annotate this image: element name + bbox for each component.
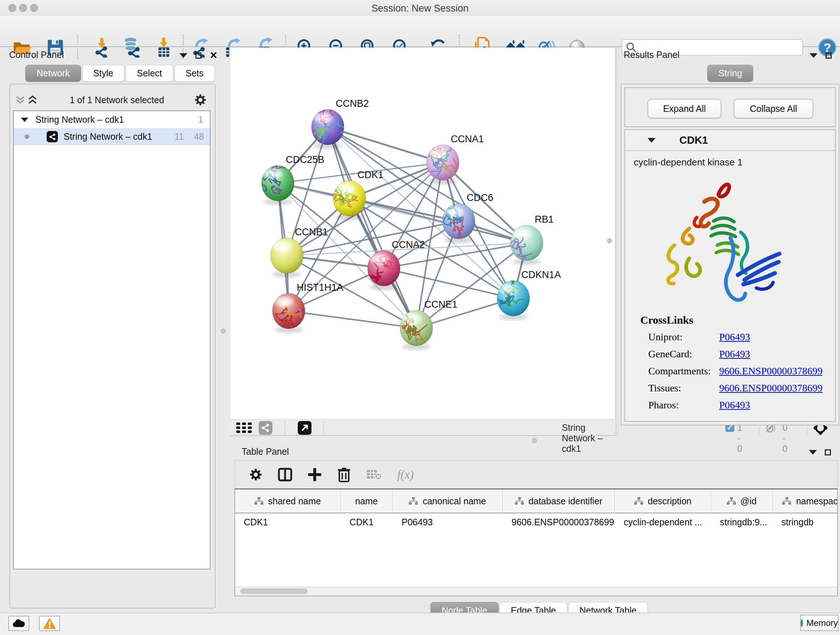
- right-splitter-handle[interactable]: [607, 238, 612, 243]
- control-panel-tabs: NetworkStyleSelectSets: [25, 65, 216, 82]
- collapse-icon[interactable]: [21, 118, 28, 122]
- network-view-toolbar: String Network – cdk1 ✓ 1 - 0 0 - 0: [230, 419, 615, 436]
- tab-network[interactable]: Network: [25, 65, 81, 82]
- close-panel-icon[interactable]: ✕: [210, 52, 218, 59]
- warnings-button[interactable]: [39, 616, 60, 631]
- delete-table-icon: [366, 469, 382, 481]
- tab-string[interactable]: String: [707, 65, 753, 82]
- results-panel: Results Panel ✕ String Expand All Collap…: [619, 48, 840, 431]
- network-node-HIST1H1A[interactable]: HIST1H1A: [272, 282, 343, 333]
- network-node-CCNB1[interactable]: CCNB1: [271, 226, 328, 278]
- crosslink-link[interactable]: P06493: [719, 348, 750, 359]
- memory-label: Memory: [806, 618, 838, 628]
- arrow-up-right-icon: [301, 424, 309, 432]
- network-edge[interactable]: [328, 127, 416, 328]
- protein-structure-image: [643, 173, 795, 307]
- tab-sets[interactable]: Sets: [174, 65, 215, 82]
- grid-icon: [236, 423, 253, 433]
- network-row-selected[interactable]: String Network – cdk1 11 48: [14, 128, 210, 145]
- hierarchy-icon: [782, 497, 791, 505]
- node-label: CDC25B: [286, 154, 325, 165]
- node-label: CCNE1: [424, 299, 458, 310]
- panel-menu-icon[interactable]: [809, 450, 817, 455]
- network-collection-row[interactable]: String Network – cdk1 1: [14, 111, 210, 128]
- table-horizontal-scrollbar[interactable]: [234, 587, 838, 596]
- main-toolbar: ?: [0, 16, 840, 47]
- network-graph: CCNB2CCNA1CDC25BCDK1CDC6RB1CCNB1CCNA2CDK…: [230, 48, 615, 419]
- hierarchy-icon: [727, 497, 736, 505]
- node-table[interactable]: shared name name canonical name database…: [234, 488, 838, 587]
- crosslink-link[interactable]: P06493: [719, 399, 750, 410]
- birdseye-toggle-button[interactable]: [236, 423, 253, 433]
- memory-status-dot: [801, 619, 803, 627]
- collapse-icon[interactable]: [647, 138, 655, 143]
- network-edge[interactable]: [384, 268, 513, 298]
- separator: [323, 420, 324, 435]
- open-in-window-button[interactable]: [298, 421, 311, 435]
- crosslink-link[interactable]: P06493: [719, 331, 750, 342]
- table-row[interactable]: CDK1 CDK1 P06493 9606.ENSP00000378699 cy…: [235, 513, 837, 531]
- horizontal-splitter-handle[interactable]: [532, 438, 537, 443]
- collection-count: 1: [198, 114, 203, 125]
- network-edge[interactable]: [289, 311, 416, 328]
- window-title: Session: New Session: [0, 3, 840, 14]
- crosslinks-title: CrossLinks: [640, 314, 693, 326]
- gear-icon[interactable]: [194, 93, 207, 106]
- function-builder-icon: f(x): [397, 468, 414, 481]
- hierarchy-icon: [634, 497, 644, 505]
- cloud-button[interactable]: [8, 616, 29, 631]
- crosslink-link[interactable]: 9606.ENSP00000378699: [719, 382, 822, 394]
- table-panel: Table Panel ✕ f(x) shared name name cano…: [219, 443, 840, 613]
- tab-select[interactable]: Select: [126, 65, 173, 82]
- float-panel-icon[interactable]: [195, 52, 202, 59]
- crosslink-label: Pharos:: [648, 399, 719, 411]
- network-node-CCNE1[interactable]: CCNE1: [400, 299, 458, 350]
- network-edge[interactable]: [328, 127, 443, 163]
- left-splitter-handle[interactable]: [221, 329, 226, 334]
- network-tree: String Network – cdk1 1 String Network –…: [13, 111, 210, 570]
- hierarchy-icon: [254, 497, 264, 505]
- network-type-button[interactable]: [259, 421, 272, 435]
- node-count: 11: [174, 131, 184, 142]
- protein-name: CDK1: [679, 134, 708, 146]
- node-label: CDC6: [467, 192, 493, 203]
- panel-menu-icon[interactable]: [180, 53, 187, 58]
- crosslink-label: Tissues:: [648, 382, 719, 394]
- scrollbar-thumb[interactable]: [240, 588, 308, 594]
- gear-icon[interactable]: [249, 468, 263, 481]
- collapse-all-button[interactable]: Collapse All: [734, 99, 813, 119]
- share-icon: [261, 424, 270, 432]
- expand-all-button[interactable]: Expand All: [647, 99, 722, 119]
- delete-column-icon[interactable]: [337, 467, 351, 482]
- column-header: @id: [711, 489, 773, 513]
- expand-all-icon[interactable]: [27, 95, 40, 105]
- crosslink-row: Pharos:P06493: [648, 399, 829, 414]
- share-icon: [49, 133, 56, 141]
- column-header: shared name: [235, 489, 341, 513]
- results-splitter[interactable]: [616, 48, 619, 436]
- crosslink-label: Compartments:: [648, 365, 719, 377]
- column-header: name: [341, 489, 393, 513]
- network-selection-bar: 1 of 1 Network selected: [13, 92, 210, 108]
- protein-entry-header[interactable]: CDK1: [625, 130, 835, 151]
- collapse-all-icon[interactable]: [15, 95, 27, 105]
- float-panel-icon[interactable]: [826, 52, 832, 59]
- panel-menu-icon[interactable]: [810, 53, 818, 58]
- cell-namespace: stringdb: [773, 513, 838, 531]
- network-canvas[interactable]: CCNB2CCNA1CDC25BCDK1CDC6RB1CCNB1CCNA2CDK…: [230, 48, 615, 420]
- network-node-CCNB2[interactable]: CCNB2: [311, 98, 369, 149]
- node-label: CCNA2: [392, 239, 425, 250]
- float-panel-icon[interactable]: [825, 449, 831, 455]
- collection-label: String Network – cdk1: [35, 114, 124, 125]
- memory-button[interactable]: Memory: [800, 615, 838, 631]
- cell-description: cyclin-dependent ...: [615, 513, 711, 531]
- current-network-dot: [25, 134, 29, 139]
- title-bar: Session: New Session: [0, 0, 840, 16]
- crosslink-link[interactable]: 9606.ENSP00000378699: [719, 365, 822, 377]
- tab-style[interactable]: Style: [82, 65, 125, 82]
- column-header: namespace: [773, 489, 838, 513]
- results-panel-title: Results Panel: [624, 50, 679, 60]
- add-column-icon[interactable]: [308, 467, 322, 482]
- show-columns-icon[interactable]: [278, 467, 292, 482]
- expand-collapse-box: Expand All Collapse All: [624, 87, 836, 127]
